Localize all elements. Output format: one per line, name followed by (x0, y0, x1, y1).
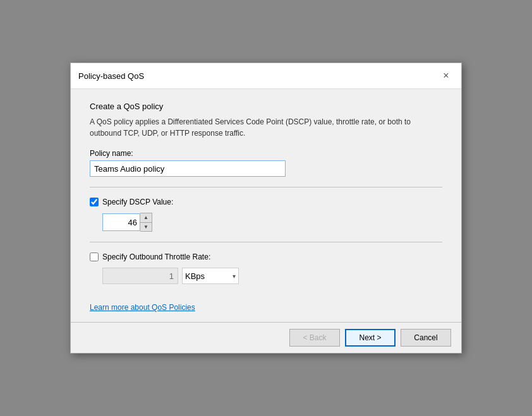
dscp-checkbox-row: Specify DSCP Value: (90, 198, 442, 206)
dscp-increment-button[interactable]: ▲ (140, 213, 152, 222)
throttle-checkbox-label[interactable]: Specify Outbound Throttle Rate: (102, 253, 210, 261)
close-button[interactable]: × (438, 68, 454, 83)
separator-1 (90, 187, 442, 187)
learn-more-link[interactable]: Learn more about QoS Policies (90, 303, 195, 312)
dscp-checkbox[interactable] (90, 198, 99, 206)
throttle-checkbox[interactable] (90, 253, 99, 261)
policy-name-label: Policy name: (90, 149, 442, 158)
section-title: Create a QoS policy (90, 102, 442, 111)
dscp-checkbox-label[interactable]: Specify DSCP Value: (102, 198, 173, 206)
policy-name-input[interactable] (90, 160, 286, 177)
policy-based-qos-dialog: Policy-based QoS × Create a QoS policy A… (70, 62, 462, 354)
title-bar: Policy-based QoS × (71, 63, 461, 89)
dialog-content: Create a QoS policy A QoS policy applies… (71, 89, 461, 322)
throttle-value-input[interactable] (102, 268, 178, 284)
dscp-value-input[interactable] (102, 213, 140, 231)
next-button[interactable]: Next > (345, 329, 396, 347)
separator-2 (90, 242, 442, 242)
description-text: A QoS policy applies a Differentiated Se… (90, 116, 442, 139)
dscp-decrement-button[interactable]: ▼ (140, 222, 152, 231)
dscp-spinner-buttons: ▲ ▼ (140, 213, 152, 232)
dscp-spinner-container: ▲ ▼ (102, 213, 442, 232)
back-button[interactable]: < Back (289, 329, 340, 347)
cancel-button[interactable]: Cancel (401, 329, 451, 347)
dialog-footer: < Back Next > Cancel (71, 322, 461, 353)
throttle-checkbox-row: Specify Outbound Throttle Rate: (90, 253, 442, 261)
dialog-title: Policy-based QoS (78, 71, 144, 81)
throttle-row: KBps MBps GBps (102, 268, 442, 284)
throttle-unit-wrapper: KBps MBps GBps (182, 268, 239, 284)
throttle-unit-select[interactable]: KBps MBps GBps (182, 268, 239, 284)
